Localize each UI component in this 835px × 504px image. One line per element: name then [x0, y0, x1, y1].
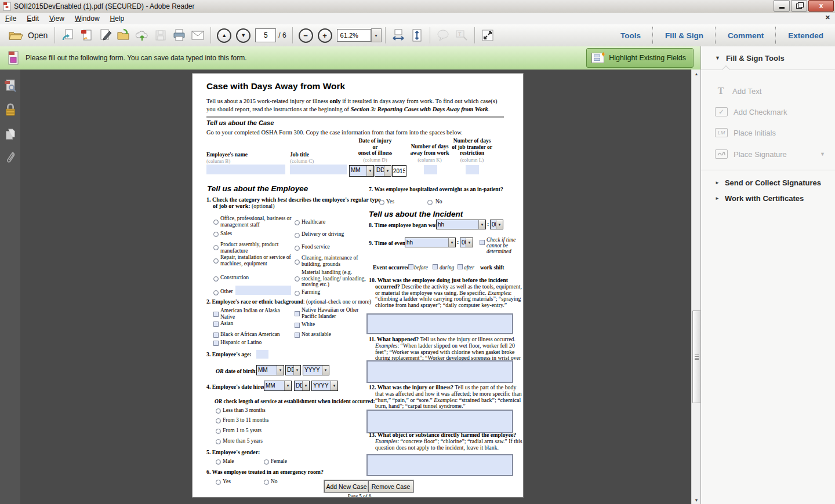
radio-healthcare[interactable] [295, 220, 300, 225]
text-callout-button[interactable]: T [454, 28, 469, 43]
checkbox-native-hawaiian[interactable] [295, 311, 300, 316]
radio-1-5-years[interactable] [216, 429, 221, 434]
next-page-button[interactable]: ▼ [236, 28, 251, 43]
hired-day-select[interactable]: DD▾ [294, 381, 310, 391]
radio-delivery[interactable] [295, 233, 300, 238]
highlight-existing-fields-button[interactable]: ➧ Highlight Existing Fields [586, 48, 694, 68]
radio-sales[interactable] [213, 232, 219, 237]
email-button[interactable] [190, 28, 205, 43]
checkbox-after-shift[interactable] [458, 264, 463, 269]
upload-cloud-button[interactable] [135, 28, 150, 43]
event-hour-select[interactable]: hh▾ [405, 238, 456, 247]
checkbox-white[interactable] [295, 323, 300, 328]
checkbox-american-indian[interactable] [213, 312, 219, 317]
checkbox-hispanic[interactable] [213, 341, 219, 346]
radio-other[interactable] [213, 290, 219, 295]
radio-male[interactable] [216, 459, 221, 465]
checkbox-before-shift[interactable] [408, 264, 413, 269]
security-lock-icon[interactable] [4, 103, 17, 117]
other-job-input[interactable] [235, 286, 291, 295]
radio-more-5-years[interactable] [216, 439, 221, 444]
scroll-up-icon[interactable]: ▲ [692, 70, 701, 78]
previous-page-button[interactable]: ▲ [217, 28, 231, 43]
radio-er-yes[interactable] [216, 480, 221, 485]
tab-tools[interactable]: Tools [609, 31, 652, 40]
radio-cleaning[interactable] [295, 260, 300, 265]
document-close-icon[interactable]: ✕ [825, 14, 830, 21]
dob-month-select[interactable]: MM▾ [256, 365, 284, 375]
radio-office[interactable] [213, 220, 219, 225]
restore-button[interactable] [791, 0, 807, 12]
radio-hospitalized-no[interactable] [427, 200, 433, 205]
sign-document-button[interactable] [97, 28, 112, 43]
zoom-level-input[interactable]: 61.2% [337, 29, 371, 42]
q13-answer-textarea[interactable] [366, 454, 513, 476]
tab-extended[interactable]: Extended [776, 31, 835, 40]
radio-less-3-months[interactable] [216, 408, 221, 414]
days-transfer-input[interactable] [466, 165, 479, 174]
radio-repair[interactable] [213, 258, 219, 264]
radio-er-no[interactable] [264, 480, 269, 485]
work-with-certificates-section[interactable]: ► Work with Certificates [701, 191, 835, 206]
close-button[interactable]: x [808, 0, 834, 12]
checkbox-asian[interactable] [213, 322, 219, 327]
remove-case-button[interactable]: Remove Case [368, 480, 413, 492]
radio-material-handling[interactable] [295, 276, 300, 282]
radio-female[interactable] [264, 459, 269, 465]
fill-sign-tools-header[interactable]: ▼ Fill & Sign Tools [701, 46, 835, 70]
share-file-button[interactable] [60, 28, 75, 43]
q11-answer-textarea[interactable] [366, 360, 513, 383]
signature-dropdown-icon[interactable]: ▼ [820, 151, 825, 157]
send-collect-signatures-section[interactable]: ► Send or Collect Signatures [701, 175, 835, 190]
injury-day-select[interactable]: DD ▾ [375, 165, 391, 177]
page-thumbnails-icon[interactable] [4, 79, 17, 93]
dob-day-select[interactable]: DD▾ [285, 365, 301, 375]
add-new-case-button[interactable]: Add New Case [324, 480, 369, 492]
save-button[interactable] [153, 28, 168, 43]
comment-bubble-button[interactable] [435, 28, 451, 43]
radio-hospitalized-yes[interactable] [379, 200, 384, 205]
hired-year-select[interactable]: YYYY▾ [311, 381, 338, 391]
save-as-button[interactable] [116, 28, 131, 43]
days-away-input[interactable] [424, 165, 437, 174]
minimize-button[interactable] [774, 0, 790, 12]
employee-age-input[interactable] [256, 350, 268, 359]
place-signature-button[interactable]: Place Signature ▼ [701, 145, 835, 163]
radio-product-assembly[interactable] [213, 245, 219, 250]
radio-construction[interactable] [213, 276, 219, 282]
open-button[interactable]: Open [5, 28, 51, 42]
tab-comment[interactable]: Comment [716, 31, 775, 40]
place-initials-button[interactable]: LM Place Initials [701, 124, 835, 141]
zoom-dropdown-button[interactable]: ▾ [371, 28, 382, 42]
menu-edit[interactable]: Edit [21, 13, 44, 24]
job-title-input[interactable] [290, 165, 347, 174]
radio-farming[interactable] [295, 291, 300, 296]
q10-answer-textarea[interactable] [366, 313, 513, 334]
add-checkmark-button[interactable]: ✓ Add Checkmark [701, 103, 835, 120]
dob-year-select[interactable]: YYYY▾ [303, 365, 329, 375]
menu-view[interactable]: View [44, 13, 70, 24]
attachments-icon[interactable] [4, 151, 17, 165]
scrollbar-thumb[interactable] [692, 311, 701, 403]
checkbox-black[interactable] [213, 333, 219, 338]
checkbox-time-undetermined[interactable] [480, 240, 485, 245]
fit-width-button[interactable] [391, 28, 406, 43]
checkbox-not-available[interactable] [295, 333, 300, 338]
zoom-out-button[interactable]: − [299, 28, 313, 43]
pages-panel-icon[interactable] [4, 127, 17, 141]
page-number-input[interactable] [255, 28, 276, 42]
q12-answer-textarea[interactable] [366, 410, 513, 433]
menu-window[interactable]: Window [70, 13, 105, 24]
began-work-hour-select[interactable]: hh▾ [436, 220, 486, 229]
scroll-down-icon[interactable]: ▼ [692, 496, 701, 504]
print-button[interactable] [172, 28, 187, 43]
add-text-button[interactable]: T Add Text [701, 82, 835, 100]
injury-month-select[interactable]: MM ▾ [349, 165, 374, 177]
began-work-minute-select[interactable]: 00▾ [490, 220, 503, 229]
tab-fill-sign[interactable]: Fill & Sign [654, 31, 715, 40]
radio-3-11-months[interactable] [216, 418, 221, 423]
vertical-scrollbar[interactable]: ▲ ▼ [691, 70, 701, 504]
menu-help[interactable]: Help [105, 13, 130, 24]
checkbox-during-shift[interactable] [433, 264, 438, 269]
event-minute-select[interactable]: 00▾ [460, 238, 473, 247]
